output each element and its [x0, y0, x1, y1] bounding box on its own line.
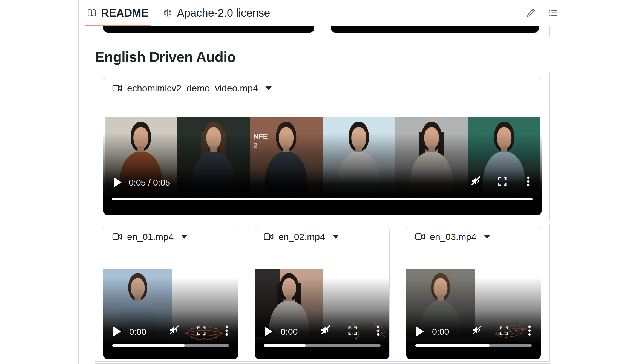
- previous-video-table: [95, 26, 550, 37]
- progress-played: [415, 344, 490, 347]
- video-frame: [395, 117, 468, 192]
- person-figure: [402, 121, 461, 192]
- chevron-down-icon: [266, 86, 272, 90]
- muted-icon[interactable]: [169, 325, 180, 337]
- time-display: 0:05 / 0:05: [129, 178, 170, 188]
- progress-played: [112, 198, 533, 200]
- kebab-menu-icon[interactable]: [527, 176, 530, 188]
- person-figure: [184, 121, 243, 192]
- active-tab-underline: [85, 25, 151, 26]
- readme-box-right-border: [568, 0, 568, 364]
- progress-bar[interactable]: [415, 344, 532, 347]
- table-cell-divider: [323, 26, 323, 37]
- muted-icon[interactable]: [472, 325, 482, 337]
- video-filename: en_03.mp4: [430, 232, 476, 242]
- tab-readme-label: README: [101, 7, 148, 19]
- tab-license[interactable]: Apache-2.0 license: [158, 0, 275, 26]
- table-cell-divider: [398, 224, 398, 361]
- video-card-en01: en_01.mp4: [103, 226, 238, 359]
- play-button[interactable]: [114, 177, 122, 187]
- person-figure: [329, 121, 389, 192]
- video-frame: [323, 117, 395, 192]
- play-button[interactable]: [113, 327, 122, 336]
- video-player-partial[interactable]: [331, 26, 539, 33]
- video-camera-icon: [112, 233, 122, 241]
- video-file-dropdown[interactable]: en_03.mp4: [406, 226, 541, 248]
- video-player[interactable]: 0:00: [255, 248, 389, 359]
- video-player[interactable]: 0:00: [406, 248, 541, 359]
- frame-overlay-text: NFE 2: [254, 132, 268, 150]
- edit-file-button[interactable]: [527, 8, 535, 17]
- video-camera-icon: [264, 233, 274, 241]
- video-filename: en_02.mp4: [278, 232, 325, 242]
- progress-bar[interactable]: [112, 344, 229, 347]
- fullscreen-icon[interactable]: [499, 326, 509, 337]
- muted-icon[interactable]: [470, 175, 481, 187]
- play-button[interactable]: [416, 327, 424, 336]
- video-frame: NFE 2: [250, 117, 323, 192]
- video-card-en02: en_02.mp4: [255, 226, 390, 359]
- person-figure: [257, 121, 316, 192]
- tab-license-label: Apache-2.0 license: [177, 7, 270, 19]
- video-filename: echomimicv2_demo_video.mp4: [127, 83, 258, 94]
- video-camera-icon: [112, 84, 122, 92]
- kebab-menu-icon[interactable]: [376, 325, 380, 337]
- kebab-menu-icon[interactable]: [225, 325, 228, 337]
- file-tabs-bar: README Apache-2.0 license: [79, 0, 568, 26]
- video-player[interactable]: 0:00: [104, 248, 238, 359]
- list-icon: [548, 8, 558, 17]
- law-icon: [163, 8, 172, 17]
- progress-played: [112, 344, 185, 347]
- video-file-dropdown[interactable]: en_01.mp4: [104, 226, 238, 248]
- progress-bar[interactable]: [264, 344, 381, 347]
- section-heading: English Driven Audio: [95, 49, 236, 65]
- video-filename: en_01.mp4: [127, 232, 174, 242]
- kebab-menu-icon[interactable]: [528, 325, 531, 337]
- header-actions: [527, 8, 568, 17]
- chevron-down-icon: [333, 235, 339, 239]
- chevron-down-icon: [484, 235, 490, 239]
- table-cell-divider: [247, 224, 247, 361]
- progress-bar[interactable]: [112, 198, 533, 200]
- tab-readme[interactable]: README: [82, 0, 154, 26]
- pose-mesh-overlay: [492, 321, 529, 343]
- time-display: 0:00: [281, 327, 298, 337]
- pencil-icon: [527, 8, 535, 17]
- next-table-top-border: [95, 363, 550, 364]
- fullscreen-icon[interactable]: [497, 177, 507, 187]
- play-button[interactable]: [265, 327, 273, 336]
- muted-icon[interactable]: [320, 325, 331, 337]
- fullscreen-icon[interactable]: [196, 326, 206, 337]
- outline-button[interactable]: [548, 8, 558, 17]
- book-icon: [87, 9, 96, 17]
- fullscreen-icon[interactable]: [348, 326, 358, 337]
- video-player-partial[interactable]: [103, 26, 314, 33]
- demo-video-card: echomimicv2_demo_video.mp4: [103, 77, 542, 215]
- time-display: 0:00: [129, 327, 146, 337]
- chevron-down-icon: [181, 235, 187, 239]
- progress-played: [264, 344, 306, 347]
- video-file-dropdown[interactable]: en_02.mp4: [255, 226, 389, 248]
- video-card-en03: en_03.mp4: [406, 226, 541, 359]
- readme-box-left-border: [78, 0, 79, 364]
- demo-video-player[interactable]: NFE 2: [104, 99, 542, 215]
- video-file-dropdown[interactable]: echomimicv2_demo_video.mp4: [104, 77, 542, 99]
- video-frame: [177, 117, 250, 192]
- video-camera-icon: [415, 233, 425, 241]
- time-display: 0:00: [432, 327, 449, 337]
- readme-page: README Apache-2.0 license: [0, 0, 644, 364]
